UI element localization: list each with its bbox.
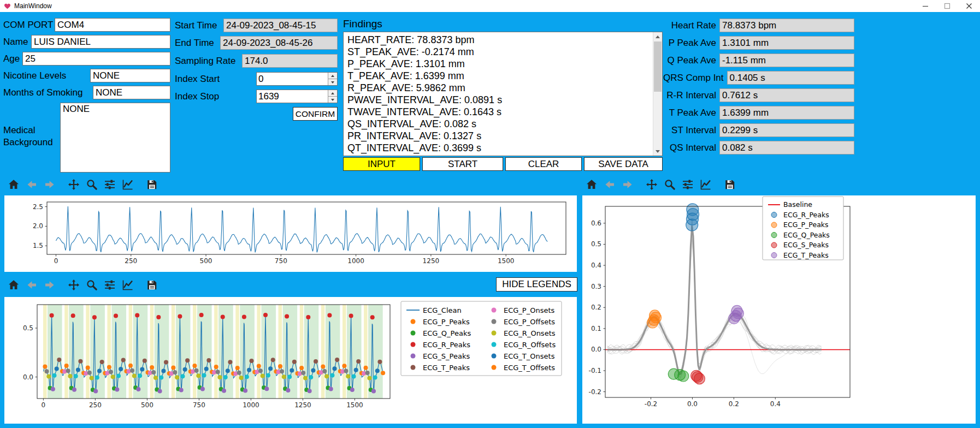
svg-text:1250: 1250 [423, 257, 440, 265]
index-stop-up-button[interactable] [328, 90, 337, 96]
svg-text:1500: 1500 [498, 257, 515, 265]
back-tool-button[interactable] [25, 278, 39, 292]
index-stop-input[interactable] [257, 90, 328, 103]
index-stop-down-button[interactable] [328, 96, 337, 103]
svg-text:750: 750 [275, 257, 287, 265]
index-stop-spinbox[interactable] [256, 90, 338, 103]
close-button[interactable] [958, 0, 980, 12]
mpl-toolbar [7, 277, 159, 293]
index-start-up-button[interactable] [328, 73, 337, 79]
svg-text:1.5: 1.5 [33, 242, 43, 249]
save-icon [145, 278, 158, 292]
back-tool-button[interactable] [25, 177, 39, 192]
customize-tool-button[interactable] [699, 177, 713, 192]
input-button[interactable]: INPUT [343, 157, 420, 171]
save-data-button[interactable]: SAVE DATA [584, 157, 663, 171]
zoom-tool-button[interactable] [85, 278, 99, 292]
svg-text:0.1: 0.1 [591, 325, 601, 332]
index-start-input[interactable] [257, 73, 328, 85]
com-port-input[interactable] [55, 18, 170, 32]
findings-scrollbar[interactable] [653, 32, 662, 156]
save-tool-button[interactable] [145, 177, 159, 192]
months-smoking-input[interactable] [93, 86, 170, 99]
svg-text:0: 0 [42, 401, 46, 409]
clear-button[interactable]: CLEAR [505, 157, 582, 171]
index-start-down-button[interactable] [328, 79, 337, 85]
average-beat-plot[interactable]: -0.20.00.20.4-0.2-0.10.00.10.20.30.40.50… [582, 195, 976, 424]
average-beat-panel: -0.20.00.20.4-0.2-0.10.00.10.20.30.40.50… [582, 195, 976, 424]
svg-text:1000: 1000 [347, 257, 364, 265]
finding-line: HEART_RATE: 78.8373 bpm [347, 34, 651, 46]
measurement-value: 78.8373 bpm [719, 19, 854, 32]
nicotine-levels-input[interactable] [90, 69, 170, 82]
confirm-button[interactable]: CONFIRM [293, 107, 338, 121]
back-tool-button[interactable] [603, 177, 617, 192]
forward-tool-button[interactable] [43, 278, 57, 292]
svg-text:500: 500 [200, 257, 212, 265]
age-input[interactable] [22, 52, 170, 66]
start-button[interactable]: START [422, 157, 503, 171]
zoom-tool-button[interactable] [85, 177, 99, 192]
index-stop-spin-buttons [328, 90, 337, 103]
subplots-tool-button[interactable] [103, 278, 117, 292]
home-tool-button[interactable] [7, 177, 21, 192]
plot-legend: ECG_CleanECG_P_PeaksECG_Q_PeaksECG_R_Pea… [401, 301, 562, 376]
svg-text:ECG_P_Peaks: ECG_P_Peaks [423, 318, 470, 326]
measurement-row: QS Interval0.082 s [663, 141, 854, 154]
hide-legends-button[interactable]: HIDE LEGENDS [496, 277, 577, 292]
save-tool-button[interactable] [145, 278, 159, 292]
forward-tool-button[interactable] [621, 177, 635, 192]
scroll-up-button[interactable] [653, 32, 662, 41]
svg-text:0.4: 0.4 [591, 261, 601, 269]
pan-icon [645, 178, 658, 191]
medical-background-input[interactable]: NONE [60, 103, 170, 173]
save-tool-button[interactable] [723, 177, 737, 192]
raw-ecg-plot[interactable]: 02505007501000125015001.52.02.5 [4, 195, 577, 272]
scrollbar-thumb[interactable] [654, 41, 662, 92]
index-start-spin-buttons [328, 73, 337, 85]
svg-text:-0.2: -0.2 [645, 400, 657, 408]
zoom-tool-button[interactable] [663, 177, 677, 192]
home-icon [7, 278, 20, 292]
subplots-tool-button[interactable] [103, 177, 117, 192]
delineated-ecg-plot[interactable]: 02505007501000125015000.00.5ECG_CleanECG… [4, 297, 577, 424]
title-bar: MainWindow [0, 0, 980, 12]
subplots-tool-button[interactable] [681, 177, 695, 192]
scroll-down-button[interactable] [653, 147, 662, 156]
customize-tool-button[interactable] [121, 177, 135, 192]
index-start-spinbox[interactable] [256, 72, 338, 86]
pan-tool-button[interactable] [645, 177, 659, 192]
svg-text:0.6: 0.6 [591, 219, 601, 227]
measurement-row: R-R Interval0.7612 s [663, 88, 854, 102]
measurement-value: 1.3101 mm [719, 36, 854, 50]
forward-icon [43, 178, 56, 191]
pan-tool-button[interactable] [67, 278, 81, 292]
pan-icon [67, 278, 80, 292]
mpl-toolbar [585, 177, 737, 192]
minimize-button[interactable] [914, 0, 936, 12]
medical-background-label: Medical Background [3, 124, 58, 148]
home-tool-button[interactable] [7, 278, 21, 292]
name-input[interactable] [31, 35, 170, 49]
svg-text:0: 0 [54, 257, 58, 265]
measurement-value: 0.082 s [719, 141, 854, 154]
measurement-label: QRS Comp Int [663, 73, 727, 84]
home-icon [585, 178, 598, 191]
home-tool-button[interactable] [585, 177, 599, 192]
back-icon [25, 178, 38, 191]
index-start-label: Index Start [175, 72, 220, 86]
forward-tool-button[interactable] [43, 177, 57, 192]
customize-tool-button[interactable] [121, 278, 135, 292]
maximize-button[interactable] [936, 0, 958, 12]
measurement-value: 1.6399 mm [719, 106, 854, 120]
svg-text:0.2: 0.2 [729, 400, 739, 408]
save-icon [723, 178, 736, 191]
back-icon [603, 178, 616, 191]
pan-icon [67, 178, 80, 191]
pan-tool-button[interactable] [67, 177, 81, 192]
subplots-icon [103, 178, 116, 191]
window-title: MainWindow [14, 2, 52, 10]
measurement-label: Q Peak Ave [663, 55, 719, 66]
measurement-row: Q Peak Ave-1.115 mm [663, 54, 854, 67]
measurement-value: 0.1405 s [727, 71, 854, 85]
